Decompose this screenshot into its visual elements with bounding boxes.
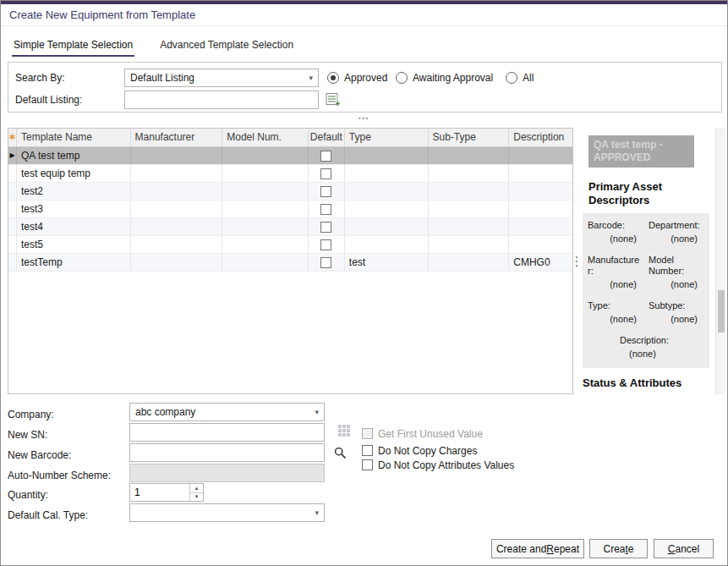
field-label: Subtype: — [649, 300, 701, 311]
cell-description — [509, 147, 572, 164]
spin-down-button[interactable]: ▼ — [190, 492, 203, 502]
column-header-manufacturer[interactable]: Manufacturer — [131, 129, 223, 146]
company-label: Company: — [8, 405, 128, 424]
default-listing-label: Default Listing: — [15, 91, 82, 109]
column-header-model-num[interactable]: Model Num. — [222, 129, 309, 146]
vertical-splitter-handle[interactable]: ⋮ — [572, 128, 581, 394]
cell-manufacturer — [131, 254, 223, 271]
cell-template-name: testTemp — [17, 254, 131, 271]
tab-advanced-template-selection[interactable]: Advanced Template Selection — [158, 36, 295, 57]
new-sn-input[interactable] — [129, 423, 325, 442]
cell-model-num — [222, 147, 309, 164]
cell-model-num — [222, 165, 309, 182]
create-equipment-dialog: Create New Equipment from Template Simpl… — [0, 0, 728, 566]
column-header-template-name[interactable]: Template Name — [17, 129, 131, 146]
cell-manufacturer — [131, 236, 223, 253]
field-model-number: Model Number: (none) — [649, 255, 701, 290]
table-row[interactable]: test3 — [8, 201, 572, 218]
column-header-sub-type[interactable]: Sub-Type — [429, 129, 510, 146]
checkbox-icon — [362, 428, 373, 439]
row-indicator-cell — [8, 236, 17, 253]
spin-up-button[interactable]: ▲ — [190, 484, 203, 492]
field-manufacturer: Manufacturer: (none) — [588, 255, 640, 290]
column-header-type[interactable]: Type — [345, 129, 429, 146]
radio-awaiting-label: Awaiting Approval — [413, 72, 493, 84]
table-row[interactable]: test4 — [8, 218, 572, 236]
cell-description — [509, 236, 572, 253]
checkbox-label: Get First Unused Value — [378, 428, 483, 440]
field-label: Description: — [588, 335, 701, 346]
grid-header-row: ✱ Template Name Manufacturer Model Num. … — [8, 129, 572, 147]
default-listing-input[interactable] — [124, 91, 319, 109]
tab-simple-template-selection[interactable]: Simple Template Selection — [12, 36, 134, 57]
table-row[interactable]: testTemp test CMHG0 — [8, 254, 572, 272]
table-row[interactable]: test2 — [8, 183, 572, 201]
field-label: Type: — [588, 300, 640, 311]
table-row[interactable]: ▶ QA test temp — [8, 147, 572, 165]
preview-scrollbar[interactable] — [715, 128, 725, 394]
field-type: Type: (none) — [588, 300, 640, 325]
cell-description — [509, 165, 572, 182]
default-checkbox[interactable] — [320, 257, 331, 268]
field-value: (none) — [588, 346, 701, 360]
status-attributes-heading: Status & Attributes — [583, 376, 709, 389]
row-indicator-icon: ▶ — [9, 147, 14, 164]
field-barcode: Barcode: (none) — [588, 220, 640, 245]
auto-number-grid-icon[interactable] — [338, 425, 353, 439]
field-subtype: Subtype: (none) — [649, 300, 701, 325]
default-checkbox[interactable] — [320, 222, 331, 233]
new-barcode-input[interactable] — [129, 443, 325, 462]
cell-type — [345, 183, 429, 200]
chevron-down-icon: ▾ — [309, 74, 313, 82]
checkbox-get-first-unused-value: Get First Unused Value — [362, 427, 483, 440]
cell-default — [309, 183, 345, 200]
field-value: (none) — [588, 231, 640, 245]
column-header-description[interactable]: Description — [509, 129, 572, 146]
scrollbar-thumb[interactable] — [718, 290, 725, 332]
company-dropdown[interactable]: abc company ▾ — [129, 403, 325, 421]
default-cal-type-dropdown[interactable]: ▾ — [129, 503, 325, 522]
cell-default — [309, 165, 345, 182]
default-checkbox[interactable] — [320, 204, 331, 215]
cell-description — [509, 201, 572, 217]
radio-unselected-icon — [396, 72, 408, 84]
default-checkbox[interactable] — [320, 151, 331, 162]
grid-header-marker: ✱ — [8, 129, 17, 146]
search-panel: Search By: Default Listing ▾ Approved Aw… — [8, 62, 722, 113]
default-cal-type-label: Default Cal. Type: — [8, 506, 128, 525]
table-row[interactable]: test equip temp — [8, 165, 572, 183]
search-icon[interactable] — [334, 447, 347, 459]
search-by-dropdown[interactable]: Default Listing ▾ — [124, 69, 319, 87]
field-value: (none) — [588, 277, 640, 290]
cell-default — [309, 218, 345, 235]
checkbox-label: Do Not Copy Charges — [378, 445, 477, 457]
cancel-button[interactable]: Cancel — [654, 539, 714, 558]
cell-description — [509, 218, 572, 235]
checkbox-do-not-copy-attributes-values[interactable]: Do Not Copy Attributes Values — [362, 459, 514, 471]
default-checkbox[interactable] — [320, 239, 331, 250]
cell-sub-type — [429, 201, 510, 217]
row-indicator-cell — [8, 218, 17, 235]
default-checkbox[interactable] — [320, 168, 331, 179]
create-and-repeat-button[interactable]: Create and Repeat — [491, 539, 584, 558]
cell-template-name: QA test temp — [17, 147, 131, 164]
title-bar[interactable]: Create New Equipment from Template — [1, 4, 727, 26]
create-button[interactable]: Create — [589, 539, 648, 558]
default-checkbox[interactable] — [320, 186, 331, 197]
table-row[interactable]: test5 — [8, 236, 572, 254]
row-indicator-cell — [8, 183, 17, 200]
preview-status-header: QA test temp - APPROVED — [588, 135, 694, 168]
radio-awaiting-approval[interactable]: Awaiting Approval — [396, 69, 493, 87]
cell-sub-type — [429, 147, 510, 164]
field-description: Description: (none) — [588, 335, 701, 360]
cell-default — [309, 201, 345, 217]
horizontal-splitter-handle[interactable]: ⋯ — [1, 113, 727, 126]
radio-approved[interactable]: Approved — [327, 69, 387, 87]
cell-manufacturer — [131, 201, 223, 217]
quantity-input[interactable] — [130, 484, 189, 501]
listing-picker-icon[interactable] — [326, 92, 341, 107]
column-header-default[interactable]: Default — [309, 129, 345, 146]
radio-all[interactable]: All — [506, 69, 534, 87]
checkbox-do-not-copy-charges[interactable]: Do Not Copy Charges — [362, 444, 477, 457]
field-value: (none) — [649, 311, 701, 325]
